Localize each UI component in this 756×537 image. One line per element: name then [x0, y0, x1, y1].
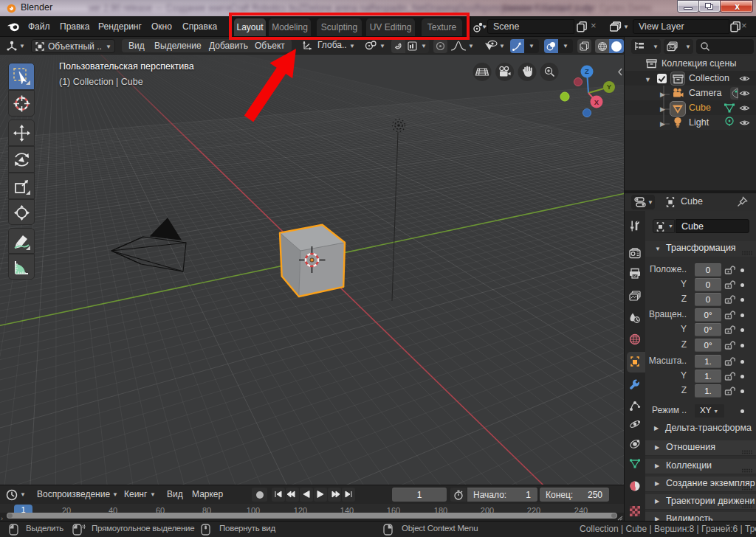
svg-text:Z: Z — [585, 67, 589, 75]
svg-text:Y: Y — [607, 83, 612, 91]
svg-text:X: X — [594, 98, 599, 106]
